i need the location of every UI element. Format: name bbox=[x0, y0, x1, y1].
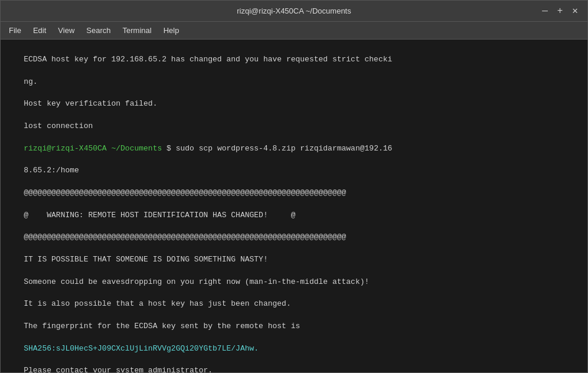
terminal-line: @ WARNING: REMOTE HOST IDENTIFICATION HA… bbox=[24, 211, 295, 220]
menu-file[interactable]: File bbox=[3, 24, 27, 37]
terminal-line: Host key verification failed. bbox=[24, 99, 157, 108]
terminal-line: The fingerprint for the ECDSA key sent b… bbox=[24, 322, 300, 331]
terminal-line: It is also possible that a host key has … bbox=[24, 299, 290, 308]
terminal-command: sudo scp wordpress-4.8.zip rizqidarmawan… bbox=[176, 144, 393, 153]
terminal-line: 8.65.2:/home bbox=[24, 166, 79, 175]
terminal-line: @@@@@@@@@@@@@@@@@@@@@@@@@@@@@@@@@@@@@@@@… bbox=[24, 233, 346, 241]
menu-bar: File Edit View Search Terminal Help bbox=[1, 22, 587, 40]
window-title: rizqi@rizqi-X450CA ~/Documents bbox=[55, 6, 533, 15]
terminal-line: ng. bbox=[24, 77, 37, 86]
terminal-line: ECDSA host key for 192.168.65.2 has chan… bbox=[24, 55, 392, 64]
menu-search[interactable]: Search bbox=[80, 24, 116, 37]
terminal-line: IT IS POSSIBLE THAT SOMEONE IS DOING SOM… bbox=[24, 255, 267, 264]
terminal-line: lost connection bbox=[24, 122, 93, 130]
menu-help[interactable]: Help bbox=[158, 24, 185, 37]
maximize-button[interactable]: + bbox=[555, 5, 566, 17]
terminal-prompt: rizqi@rizqi-X450CA ~/Documents bbox=[24, 144, 162, 153]
terminal-prompt-symbol: $ bbox=[162, 144, 175, 153]
menu-view[interactable]: View bbox=[52, 24, 80, 37]
terminal-window: rizqi@rizqi-X450CA ~/Documents — + ✕ Fil… bbox=[0, 0, 588, 373]
minimize-button[interactable]: — bbox=[540, 5, 550, 17]
title-bar-controls: — + ✕ bbox=[533, 5, 580, 17]
terminal-line: Someone could be eavesdropping on you ri… bbox=[24, 277, 369, 286]
terminal-line: @@@@@@@@@@@@@@@@@@@@@@@@@@@@@@@@@@@@@@@@… bbox=[24, 188, 346, 197]
terminal-line-sha: SHA256:sJL0HecS+J09CXclUjLinRVVg2GQi20YG… bbox=[24, 344, 259, 353]
terminal-line: Please contact your system administrator… bbox=[24, 366, 213, 372]
menu-edit[interactable]: Edit bbox=[27, 24, 52, 37]
terminal-output[interactable]: ECDSA host key for 192.168.65.2 has chan… bbox=[1, 40, 587, 372]
menu-terminal[interactable]: Terminal bbox=[117, 24, 158, 37]
close-button[interactable]: ✕ bbox=[570, 5, 580, 17]
title-bar: rizqi@rizqi-X450CA ~/Documents — + ✕ bbox=[1, 1, 587, 22]
